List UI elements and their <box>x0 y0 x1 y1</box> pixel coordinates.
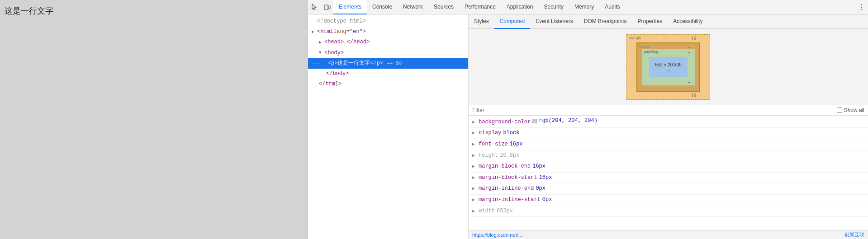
svg-rect-2 <box>328 6 330 9</box>
tab-properties[interactable]: Properties <box>632 14 668 29</box>
color-swatch-background <box>532 119 537 123</box>
preview-pane: 这是一行文字 <box>0 0 308 239</box>
dom-row-p[interactable]: ··· <p>这是一行文字</p> == $0 <box>308 58 468 69</box>
dom-dollar-sign: == $0 <box>387 60 402 68</box>
tab-event-listeners[interactable]: Event Listeners <box>530 14 579 29</box>
tab-console[interactable]: Console <box>367 0 398 14</box>
tab-application[interactable]: Application <box>501 0 539 14</box>
more-options-icon[interactable]: ⋮ <box>855 0 868 14</box>
filter-row: Show all <box>469 105 868 116</box>
dom-triangle-body: ▼ <box>319 50 324 56</box>
prop-row-margin-block-end[interactable]: ▶ margin-block-end 16px <box>469 161 868 173</box>
device-toolbar-icon[interactable] <box>321 0 333 14</box>
prop-arrow-margin-inline-start[interactable]: ▶ <box>472 196 478 204</box>
padding-bottom-label: – <box>688 80 690 84</box>
prop-arrow-display[interactable]: ▶ <box>472 129 478 137</box>
tab-memory[interactable]: Memory <box>569 0 599 14</box>
show-all-checkbox[interactable] <box>837 108 842 113</box>
content-box: 652 × 20.800 – <box>649 57 688 77</box>
tab-elements[interactable]: Elements <box>333 0 367 14</box>
margin-right-label: – <box>705 65 708 70</box>
tab-security[interactable]: Security <box>539 0 569 14</box>
content-sub-label: – <box>667 67 670 72</box>
prop-row-margin-inline-start[interactable]: ▶ margin-inline-start 0px <box>469 195 868 206</box>
prop-arrow-width[interactable]: ▶ <box>472 207 478 216</box>
prop-arrow-background-color[interactable]: ▶ <box>472 118 478 127</box>
tab-accessibility[interactable]: Accessibility <box>668 14 708 29</box>
tab-computed[interactable]: Computed <box>494 14 530 29</box>
margin-left-label: – <box>629 65 631 70</box>
dom-row-doctype[interactable]: <!doctype html> <box>308 16 468 27</box>
prop-row-font-size[interactable]: ▶ font-size 16px <box>469 139 868 150</box>
dom-triangle-html: ▶ <box>312 29 317 35</box>
margin-title-label: margin <box>629 36 641 40</box>
border-right-label: – <box>696 65 698 70</box>
dom-row-html[interactable]: ▶ <html lang="en"> <box>308 27 468 37</box>
computed-panel: Styles Computed Event Listeners DOM Brea… <box>469 14 868 239</box>
css-properties-list: ▶ background-color rgb(204, 204, 204) ▶ … <box>469 116 868 230</box>
dom-row-body-close[interactable]: </body> <box>308 69 468 79</box>
tab-dom-breakpoints[interactable]: DOM Breakpoints <box>579 14 632 29</box>
prop-arrow-font-size[interactable]: ▶ <box>472 141 478 149</box>
padding-left-label: – <box>643 65 645 70</box>
dom-triangle-head: ▶ <box>319 39 324 46</box>
inspect-element-icon[interactable] <box>308 0 321 14</box>
border-bottom-label: – <box>688 85 690 90</box>
prop-arrow-margin-block-start[interactable]: ▶ <box>472 174 478 182</box>
margin-top-label: 16 <box>691 36 696 41</box>
border-left-label: – <box>638 65 641 70</box>
preview-text: 这是一行文字 <box>0 0 308 22</box>
status-url: https://blog.csdn.net/... <box>472 232 522 238</box>
tab-network[interactable]: Network <box>398 0 428 14</box>
box-model-container: margin 16 16 – – border – – – – <box>469 29 868 105</box>
dom-tree: <!doctype html> ▶ <html lang="en"> ▶ <he… <box>308 14 469 239</box>
prop-row-width[interactable]: ▶ width 652px <box>469 206 868 217</box>
svg-marker-0 <box>312 4 316 10</box>
status-brand: 创新互联 <box>844 231 864 238</box>
prop-row-margin-block-start[interactable]: ▶ margin-block-start 16px <box>469 173 868 184</box>
prop-row-height[interactable]: ▶ height 20.8px <box>469 150 868 162</box>
prop-row-display[interactable]: ▶ display block <box>469 128 868 139</box>
filter-input[interactable] <box>472 107 837 113</box>
prop-row-margin-inline-end[interactable]: ▶ margin-inline-end 0px <box>469 183 868 195</box>
content-size-label: 652 × 20.800 <box>655 62 682 67</box>
padding-title-label: padding <box>644 50 658 54</box>
prop-arrow-margin-block-end[interactable]: ▶ <box>472 163 478 171</box>
tab-performance[interactable]: Performance <box>459 0 501 14</box>
devtools-main-area: <!doctype html> ▶ <html lang="en"> ▶ <he… <box>308 14 868 239</box>
padding-top-label: – <box>688 50 690 55</box>
dom-row-head[interactable]: ▶ <head>…</head> <box>308 37 468 47</box>
devtools-top-tabbar: Elements Console Network Sources Perform… <box>308 0 868 14</box>
dom-row-body[interactable]: ▼ <body> <box>308 48 468 58</box>
border-title-label: border <box>639 44 651 49</box>
box-model: margin 16 16 – – border – – – – <box>626 34 710 100</box>
show-all-label[interactable]: Show all <box>837 107 864 113</box>
padding-right-label: – <box>691 65 694 70</box>
status-bar: https://blog.csdn.net/... 创新互联 <box>469 230 868 239</box>
tab-styles[interactable]: Styles <box>469 14 494 29</box>
prop-arrow-height[interactable]: ▶ <box>472 152 478 160</box>
computed-tabbar: Styles Computed Event Listeners DOM Brea… <box>469 14 868 29</box>
tab-sources[interactable]: Sources <box>428 0 459 14</box>
dom-row-html-close[interactable]: </html> <box>308 79 468 89</box>
margin-bottom-label: 16 <box>691 93 696 98</box>
prop-row-background-color[interactable]: ▶ background-color rgb(204, 204, 204) <box>469 116 868 128</box>
svg-rect-1 <box>324 5 328 9</box>
devtools-panel: Elements Console Network Sources Perform… <box>308 0 868 239</box>
prop-arrow-margin-inline-end[interactable]: ▶ <box>472 185 478 193</box>
tab-audits[interactable]: Audits <box>599 0 625 14</box>
